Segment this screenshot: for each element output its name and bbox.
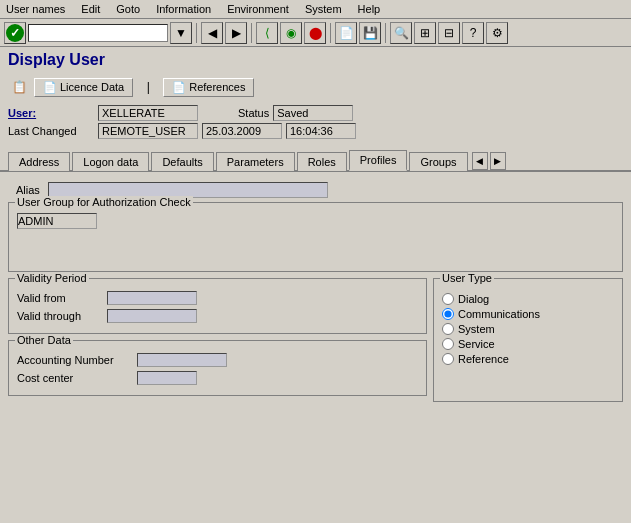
radio-reference[interactable] [442, 353, 454, 365]
radio-service-row: Service [442, 338, 614, 350]
tab-defaults[interactable]: Defaults [151, 152, 213, 171]
radio-service-label: Service [458, 338, 495, 350]
nav-green-icon[interactable]: ◉ [280, 22, 302, 44]
tab-parameters[interactable]: Parameters [216, 152, 295, 171]
cost-center-input[interactable] [137, 371, 197, 385]
radio-communications-label: Communications [458, 308, 540, 320]
valid-from-label: Valid from [17, 292, 107, 304]
other-data-title: Other Data [15, 334, 73, 346]
divider-icon: | [137, 76, 159, 98]
last-changed-date: 25.03.2009 [202, 123, 282, 139]
command-input[interactable] [28, 24, 168, 42]
tab-groups[interactable]: Groups [409, 152, 467, 171]
help-icon[interactable]: ? [462, 22, 484, 44]
config-icon[interactable]: ⚙ [486, 22, 508, 44]
tab-roles[interactable]: Roles [297, 152, 347, 171]
radio-system-row: System [442, 323, 614, 335]
references-doc-icon: 📄 [172, 81, 186, 94]
page-small-icon: 📋 [8, 76, 30, 98]
menu-goto[interactable]: Goto [114, 2, 142, 16]
status-value: Saved [273, 105, 353, 121]
menu-usernames[interactable]: User names [4, 2, 67, 16]
last-changed-label: Last Changed [8, 125, 98, 137]
user-type-section: User Type Dialog Communications System [433, 278, 623, 402]
toolbar: ✓ ▼ ◀ ▶ ⟨ ◉ ⬤ 📄 💾 🔍 ⊞ ⊟ ? ⚙ [0, 19, 631, 47]
other-data-section: Other Data Accounting Number Cost center [8, 340, 427, 396]
back-icon[interactable]: ◀ [201, 22, 223, 44]
page-title: Display User [0, 47, 631, 73]
references-button[interactable]: 📄 References [163, 78, 254, 97]
last-changed-time: 16:04:36 [286, 123, 356, 139]
nav-prev-icon[interactable]: ⟨ [256, 22, 278, 44]
menu-bar: User names Edit Goto Information Environ… [0, 0, 631, 19]
valid-from-row: Valid from [17, 291, 418, 305]
tab-address[interactable]: Address [8, 152, 70, 171]
references-label: References [189, 81, 245, 93]
user-group-input[interactable] [17, 213, 97, 229]
tab-logon-data[interactable]: Logon data [72, 152, 149, 171]
separator3 [330, 23, 331, 43]
user-label[interactable]: User: [8, 107, 98, 119]
user-group-section: User Group for Authorization Check [8, 202, 623, 272]
cost-center-label: Cost center [17, 372, 137, 384]
tab-nav-right[interactable]: ▶ [490, 152, 506, 170]
user-fields-area: User: XELLERATE Status Saved Last Change… [0, 101, 631, 145]
radio-reference-row: Reference [442, 353, 614, 365]
radio-dialog-label: Dialog [458, 293, 489, 305]
dropdown-icon[interactable]: ▼ [170, 22, 192, 44]
menu-system[interactable]: System [303, 2, 344, 16]
last-changed-by: REMOTE_USER [98, 123, 198, 139]
check-icon[interactable]: ✓ [4, 22, 26, 44]
accounting-input[interactable] [137, 353, 227, 367]
radio-system-label: System [458, 323, 495, 335]
menu-information[interactable]: Information [154, 2, 213, 16]
last-changed-row: Last Changed REMOTE_USER 25.03.2009 16:0… [8, 123, 623, 139]
radio-dialog[interactable] [442, 293, 454, 305]
valid-through-input[interactable] [107, 309, 197, 323]
cost-center-row: Cost center [17, 371, 418, 385]
separator [196, 23, 197, 43]
separator2 [251, 23, 252, 43]
licence-doc-icon: 📄 [43, 81, 57, 94]
green-check: ✓ [6, 24, 24, 42]
valid-from-input[interactable] [107, 291, 197, 305]
radio-dialog-row: Dialog [442, 293, 614, 305]
left-panel: Validity Period Valid from Valid through… [8, 278, 427, 402]
tab-nav-left[interactable]: ◀ [472, 152, 488, 170]
user-type-title: User Type [440, 272, 494, 284]
menu-edit[interactable]: Edit [79, 2, 102, 16]
save-icon[interactable]: 💾 [359, 22, 381, 44]
tab-profiles[interactable]: Profiles [349, 150, 408, 171]
content-row: Validity Period Valid from Valid through… [8, 278, 623, 402]
tab-bar: Address Logon data Defaults Parameters R… [0, 145, 631, 172]
find-icon[interactable]: 🔍 [390, 22, 412, 44]
user-group-title: User Group for Authorization Check [15, 196, 193, 208]
action-bar: 📋 📄 Licence Data | 📄 References [0, 73, 631, 101]
validity-period-title: Validity Period [15, 272, 89, 284]
nav-stop-icon[interactable]: ⬤ [304, 22, 326, 44]
right-panel: User Type Dialog Communications System [433, 278, 623, 402]
accounting-row: Accounting Number [17, 353, 418, 367]
user-type-options: Dialog Communications System Service [442, 293, 614, 365]
valid-through-label: Valid through [17, 310, 107, 322]
licence-data-label: Licence Data [60, 81, 124, 93]
grid2-icon[interactable]: ⊟ [438, 22, 460, 44]
menu-help[interactable]: Help [356, 2, 383, 16]
user-row: User: XELLERATE Status Saved [8, 105, 623, 121]
valid-through-row: Valid through [17, 309, 418, 323]
page-icon[interactable]: 📄 [335, 22, 357, 44]
main-content: Alias User Group for Authorization Check… [0, 172, 631, 408]
user-value: XELLERATE [98, 105, 198, 121]
alias-label: Alias [16, 184, 40, 196]
separator4 [385, 23, 386, 43]
menu-environment[interactable]: Environment [225, 2, 291, 16]
grid-icon[interactable]: ⊞ [414, 22, 436, 44]
radio-system[interactable] [442, 323, 454, 335]
licence-data-button[interactable]: 📄 Licence Data [34, 78, 133, 97]
radio-communications[interactable] [442, 308, 454, 320]
forward-icon[interactable]: ▶ [225, 22, 247, 44]
radio-communications-row: Communications [442, 308, 614, 320]
radio-service[interactable] [442, 338, 454, 350]
radio-reference-label: Reference [458, 353, 509, 365]
validity-period-section: Validity Period Valid from Valid through [8, 278, 427, 334]
